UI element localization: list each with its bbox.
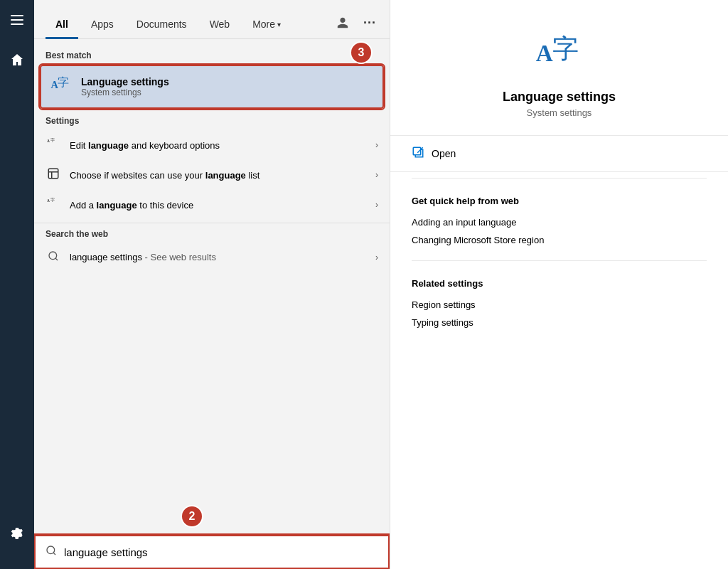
setting-item-add-language[interactable]: A 字 Add a language to this device › <box>34 190 390 220</box>
home-icon <box>10 53 24 67</box>
setting-text-websites-language: Choose if websites can use your language… <box>70 170 367 181</box>
tab-web[interactable]: Web <box>200 13 240 39</box>
related-link-1[interactable]: Region settings <box>412 296 707 314</box>
search-input[interactable] <box>64 546 378 558</box>
add-language-icon: A 字 <box>46 197 61 213</box>
header-icons: ··· <box>334 14 378 38</box>
svg-point-9 <box>47 546 55 554</box>
websites-language-icon <box>46 167 61 183</box>
best-match-text: Language settings System settings <box>81 76 374 97</box>
setting-text-edit-language: Edit language and keyboard options <box>70 140 367 151</box>
related-settings-title: Related settings <box>412 278 707 289</box>
detail-app-icon: A 字 <box>535 28 584 78</box>
annotation-badge-2: 2 <box>181 505 203 528</box>
more-options-button[interactable]: ··· <box>361 14 378 31</box>
detail-open-label: Open <box>432 148 456 159</box>
more-dropdown-arrow: ▾ <box>277 21 281 28</box>
open-icon <box>412 146 424 161</box>
section-divider <box>34 223 390 223</box>
setting-arrow-add-language: › <box>375 200 378 210</box>
quick-help-title: Get quick help from web <box>412 196 707 206</box>
hamburger-button[interactable] <box>4 7 30 33</box>
detail-open-button[interactable]: Open <box>390 136 728 172</box>
setting-arrow-websites-language: › <box>375 170 378 180</box>
svg-text:A: A <box>535 40 552 66</box>
svg-text:字: 字 <box>50 197 55 202</box>
svg-text:A: A <box>47 198 50 203</box>
settings-section-label: Settings <box>34 113 390 130</box>
best-match-item[interactable]: A 字 Language settings System settings <box>40 65 384 109</box>
svg-line-8 <box>55 258 58 260</box>
web-search-arrow: › <box>375 252 378 262</box>
search-web-icon <box>46 250 61 264</box>
tab-documents[interactable]: Documents <box>127 13 197 39</box>
hamburger-line-2 <box>11 19 23 21</box>
detail-app-subtitle: System settings <box>527 107 592 118</box>
annotation-badge-3: 3 <box>350 41 373 64</box>
detail-divider-1 <box>412 178 707 179</box>
svg-line-10 <box>53 553 55 555</box>
detail-related-section: Related settings Region settings Typing … <box>390 267 728 337</box>
web-search-text: language settings - See web results <box>70 252 367 262</box>
tabs-bar: All Apps Documents Web More ▾ ··· <box>34 0 390 39</box>
quick-help-link-2[interactable]: Changing Microsoft Store region <box>412 231 707 249</box>
best-match-title: Language settings <box>81 76 374 87</box>
settings-button[interactable] <box>4 522 30 548</box>
web-search-item[interactable]: language settings - See web results › <box>34 243 390 271</box>
person-icon-button[interactable] <box>334 14 351 31</box>
person-icon <box>336 16 349 29</box>
best-match-label: Best match <box>34 48 390 65</box>
setting-arrow-edit-language: › <box>375 140 378 150</box>
detail-panel: A 字 Language settings System settings Op… <box>390 0 728 569</box>
svg-rect-4 <box>48 169 58 179</box>
web-search-label: Search the web <box>34 226 390 243</box>
gear-icon <box>10 528 24 542</box>
svg-text:A: A <box>47 139 50 143</box>
quick-help-link-1[interactable]: Adding an input language <box>412 213 707 231</box>
settings-list: Settings A 字 Edit language and keyboard … <box>34 113 390 220</box>
related-link-2[interactable]: Typing settings <box>412 314 707 331</box>
detail-top: A 字 Language settings System settings <box>390 0 728 136</box>
svg-text:字: 字 <box>552 34 578 63</box>
home-button[interactable] <box>4 47 30 73</box>
search-panel: All Apps Documents Web More ▾ ··· B <box>34 0 390 569</box>
results-area: Best match A 字 Language settings System … <box>34 39 390 535</box>
svg-point-7 <box>49 252 57 260</box>
ellipsis-icon: ··· <box>363 16 376 31</box>
search-bar <box>34 535 390 569</box>
tab-more[interactable]: More ▾ <box>242 13 291 39</box>
detail-app-name: Language settings <box>503 90 616 105</box>
edit-language-icon: A 字 <box>46 137 61 153</box>
language-settings-icon: A 字 <box>50 73 73 100</box>
best-match-subtitle: System settings <box>81 87 374 97</box>
tab-all[interactable]: All <box>46 13 78 39</box>
sidebar <box>0 0 34 569</box>
svg-text:字: 字 <box>58 76 69 88</box>
setting-item-edit-language[interactable]: A 字 Edit language and keyboard options › <box>34 130 390 160</box>
detail-quick-help-section: Get quick help from web Adding an input … <box>390 184 728 255</box>
detail-divider-2 <box>412 260 707 261</box>
hamburger-line-3 <box>11 23 23 25</box>
setting-text-add-language: Add a language to this device <box>70 200 367 211</box>
setting-item-websites-language[interactable]: Choose if websites can use your language… <box>34 160 390 190</box>
svg-text:字: 字 <box>50 137 55 142</box>
hamburger-line-1 <box>11 15 23 16</box>
tab-apps[interactable]: Apps <box>81 13 124 39</box>
search-bar-icon <box>46 545 57 559</box>
